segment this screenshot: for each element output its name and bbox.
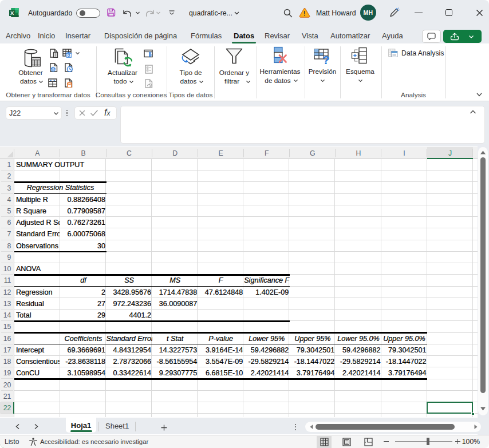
svg-text:X: X [10,10,14,16]
svg-text:?: ? [322,53,330,66]
